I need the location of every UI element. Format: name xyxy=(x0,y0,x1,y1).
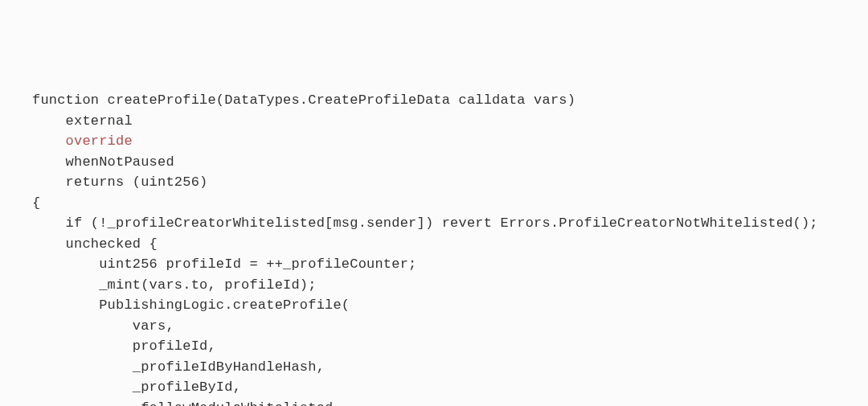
code-line-11: PublishingLogic.createProfile( xyxy=(32,297,350,313)
code-line-10: _mint(vars.to, profileId); xyxy=(32,277,317,293)
code-line-9: uint256 profileId = ++_profileCounter; xyxy=(32,256,416,272)
code-line-6: { xyxy=(32,195,40,211)
code-line-12: vars, xyxy=(32,318,174,334)
code-line-1: function createProfile(DataTypes.CreateP… xyxy=(32,92,575,108)
code-line-2: external xyxy=(32,113,133,129)
code-line-3-override: override xyxy=(32,133,133,149)
code-line-14: _profileIdByHandleHash, xyxy=(32,359,325,375)
code-line-13: profileId, xyxy=(32,338,216,354)
code-line-16: _followModuleWhitelisted xyxy=(32,400,333,407)
code-line-4: whenNotPaused xyxy=(32,154,174,170)
code-line-5: returns (uint256) xyxy=(32,174,207,190)
code-line-7: if (!_profileCreatorWhitelisted[msg.send… xyxy=(32,215,818,231)
code-block: function createProfile(DataTypes.CreateP… xyxy=(32,90,868,406)
code-line-15: _profileById, xyxy=(32,379,241,395)
code-line-8: unchecked { xyxy=(32,236,158,252)
